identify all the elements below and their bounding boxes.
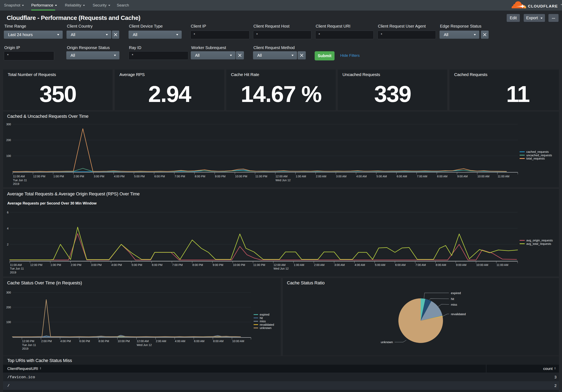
svg-text:Tue Jun 11: Tue Jun 11	[13, 179, 27, 182]
svg-text:expired: expired	[451, 291, 461, 295]
svg-text:6:00 PM: 6:00 PM	[154, 175, 165, 178]
svg-text:11:00 AM: 11:00 AM	[10, 263, 22, 266]
svg-text:10:00 PM: 10:00 PM	[233, 263, 245, 266]
svg-text:12:00 PM: 12:00 PM	[30, 263, 42, 266]
svg-text:100: 100	[6, 154, 11, 158]
svg-text:7:00 AM: 7:00 AM	[415, 263, 426, 266]
svg-text:300: 300	[6, 123, 11, 126]
svg-text:9:00 AM: 9:00 AM	[457, 175, 468, 178]
svg-text:revalidated: revalidated	[451, 312, 466, 316]
svg-text:avg_origin_requests: avg_origin_requests	[526, 239, 553, 242]
svg-text:7:00 AM: 7:00 AM	[417, 175, 427, 178]
svg-text:11:00 AM: 11:00 AM	[13, 175, 25, 178]
svg-text:6: 6	[7, 211, 9, 214]
svg-text:Wed Jun 12: Wed Jun 12	[273, 267, 289, 270]
svg-text:11:00 PM: 11:00 PM	[255, 175, 267, 178]
svg-text:6:00 AM: 6:00 AM	[397, 175, 407, 178]
svg-text:6:00 AM: 6:00 AM	[194, 339, 204, 343]
svg-text:8:00 PM: 8:00 PM	[192, 263, 203, 266]
svg-text:9:00 AM: 9:00 AM	[456, 263, 466, 266]
svg-text:1:00 AM: 1:00 AM	[294, 263, 304, 266]
svg-text:2019: 2019	[13, 182, 19, 185]
svg-text:9:00 PM: 9:00 PM	[213, 263, 223, 266]
svg-text:3:00 PM: 3:00 PM	[91, 263, 102, 266]
svg-text:Tue Jun 11: Tue Jun 11	[10, 267, 24, 270]
svg-text:4:00 PM: 4:00 PM	[111, 263, 122, 266]
svg-text:3:00 AM: 3:00 AM	[336, 175, 347, 178]
svg-text:1:00 PM: 1:00 PM	[50, 263, 61, 266]
svg-text:Wed Jun 12: Wed Jun 12	[137, 343, 152, 346]
svg-text:5:00 AM: 5:00 AM	[376, 175, 387, 178]
svg-text:2019: 2019	[10, 271, 16, 274]
svg-text:unknown: unknown	[381, 340, 393, 344]
svg-text:10:00 PM: 10:00 PM	[235, 175, 247, 178]
svg-text:2:00 AM: 2:00 AM	[316, 175, 326, 178]
svg-text:2:00 PM: 2:00 PM	[71, 263, 81, 266]
svg-text:Wed Jun 12: Wed Jun 12	[276, 179, 291, 182]
svg-text:1:00 AM: 1:00 AM	[296, 175, 306, 178]
svg-text:8:00 PM: 8:00 PM	[99, 339, 109, 343]
svg-text:4:00 AM: 4:00 AM	[355, 263, 365, 266]
svg-text:12:00 AM: 12:00 AM	[273, 263, 285, 266]
svg-text:2:00 AM: 2:00 AM	[156, 339, 166, 343]
svg-text:4:00 PM: 4:00 PM	[60, 339, 71, 343]
svg-text:4: 4	[7, 227, 9, 230]
svg-text:100: 100	[6, 321, 11, 324]
svg-text:11:00 PM: 11:00 PM	[253, 263, 265, 266]
svg-text:12:00 AM: 12:00 AM	[276, 175, 288, 178]
svg-text:cached_requests: cached_requests	[526, 150, 549, 153]
svg-text:2019: 2019	[22, 347, 28, 350]
svg-text:hit: hit	[451, 297, 454, 300]
svg-text:4:00 AM: 4:00 AM	[175, 339, 185, 343]
svg-text:11:00 AM: 11:00 AM	[496, 263, 508, 266]
svg-text:miss: miss	[260, 320, 266, 323]
svg-text:10:00 PM: 10:00 PM	[117, 339, 130, 343]
svg-text:revalidated: revalidated	[260, 323, 274, 326]
svg-text:10:00 AM: 10:00 AM	[478, 175, 489, 178]
svg-text:12:00 AM: 12:00 AM	[137, 339, 149, 343]
svg-text:8:00 AM: 8:00 AM	[213, 339, 223, 343]
svg-text:10:00 AM: 10:00 AM	[476, 263, 488, 266]
svg-text:2:00 AM: 2:00 AM	[314, 263, 324, 266]
svg-text:total_requests: total_requests	[526, 157, 545, 160]
svg-text:4:00 PM: 4:00 PM	[114, 175, 125, 178]
svg-text:uncached_requests: uncached_requests	[526, 154, 552, 157]
svg-text:2:00 PM: 2:00 PM	[74, 175, 84, 178]
svg-text:11:00 AM: 11:00 AM	[498, 175, 509, 178]
svg-text:10:00 AM: 10:00 AM	[232, 339, 244, 343]
svg-text:unknown: unknown	[260, 326, 271, 330]
svg-text:3:00 PM: 3:00 PM	[94, 175, 104, 178]
svg-text:12:00 PM: 12:00 PM	[33, 175, 46, 178]
svg-text:2: 2	[7, 243, 9, 246]
svg-text:8:00 PM: 8:00 PM	[195, 175, 205, 178]
svg-text:expired: expired	[260, 313, 269, 316]
svg-text:7:00 PM: 7:00 PM	[175, 175, 185, 178]
svg-text:2:00 PM: 2:00 PM	[41, 339, 52, 343]
svg-text:5:00 AM: 5:00 AM	[375, 263, 385, 266]
svg-text:8:00 AM: 8:00 AM	[437, 175, 447, 178]
svg-text:6:00 PM: 6:00 PM	[80, 339, 90, 343]
svg-text:8:00 AM: 8:00 AM	[436, 263, 446, 266]
svg-text:5:00 PM: 5:00 PM	[132, 263, 142, 266]
svg-text:hit: hit	[260, 316, 263, 320]
svg-text:6:00 PM: 6:00 PM	[152, 263, 162, 266]
svg-text:Tue Jun 11: Tue Jun 11	[22, 343, 36, 346]
svg-text:200: 200	[6, 138, 11, 142]
svg-text:7:00 PM: 7:00 PM	[172, 263, 183, 266]
svg-text:5:00 PM: 5:00 PM	[134, 175, 145, 178]
svg-text:6:00 AM: 6:00 AM	[395, 263, 406, 266]
svg-text:4:00 AM: 4:00 AM	[356, 175, 367, 178]
svg-text:3:00 AM: 3:00 AM	[334, 263, 345, 266]
svg-text:miss: miss	[451, 303, 457, 306]
svg-text:avg_total_requests: avg_total_requests	[526, 242, 551, 245]
svg-text:1:00 PM: 1:00 PM	[53, 175, 64, 178]
svg-text:300: 300	[6, 291, 11, 294]
svg-text:12:00 PM: 12:00 PM	[22, 339, 34, 343]
svg-text:9:00 PM: 9:00 PM	[215, 175, 225, 178]
svg-text:200: 200	[6, 306, 11, 309]
